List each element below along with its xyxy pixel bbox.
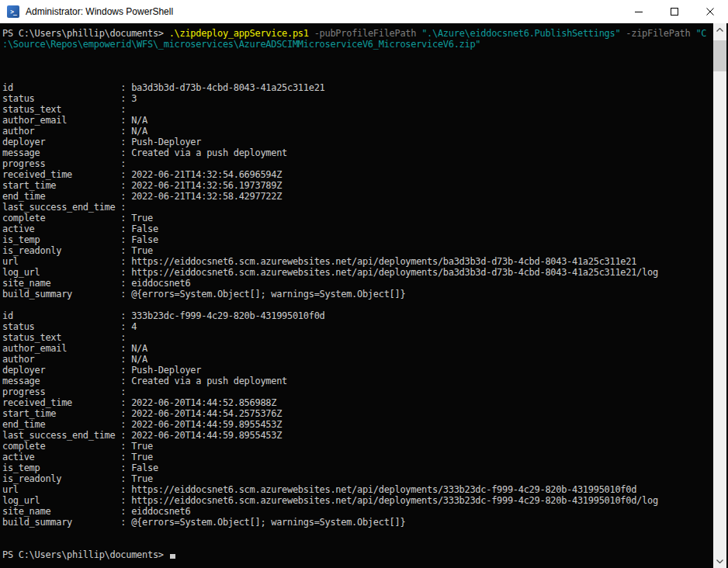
record-field-line: build_summary : @{errors=System.Object[]… (2, 517, 712, 528)
command-segment (309, 28, 314, 39)
command-segment: .\zipdeploy_appService.ps1 (169, 28, 309, 39)
terminal-cursor (170, 554, 175, 559)
record-field-line: build_summary : @{errors=System.Object[]… (2, 289, 712, 300)
record-field-line: deployer : Push-Deployer (2, 365, 712, 376)
scrollbar-up-button[interactable] (713, 23, 726, 36)
record-field-line: start_time : 2022-06-20T14:44:54.2575376… (2, 408, 712, 419)
record-field-line: progress : (2, 158, 712, 169)
record-field-line: complete : True (2, 213, 712, 223)
record-field-line: message : Created via a push deployment (2, 147, 712, 158)
blank-line (2, 61, 712, 71)
record-field-line: received_time : 2022-06-20T14:44:52.8569… (2, 397, 712, 408)
record-field-line: status_text : (2, 332, 712, 343)
record-field-line: is_readonly : True (2, 245, 712, 256)
command-line: PS C:\Users\phillip\documents> .\zipdepl… (2, 28, 712, 39)
minimize-button[interactable] (621, 0, 657, 23)
record-field-line: status : 3 (2, 93, 712, 104)
powershell-icon[interactable]: >_ (7, 5, 19, 18)
blank-line (2, 539, 712, 549)
record-field-line: deployer : Push-Deployer (2, 137, 712, 147)
record-field-line: author_email : N/A (2, 343, 712, 354)
close-button[interactable] (692, 0, 728, 23)
minimize-icon (635, 8, 643, 16)
record-field-line: complete : True (2, 441, 712, 452)
command-segment: ".\Azure\eiddocsnet6.PublishSettings" (421, 28, 620, 39)
record-field-line: end_time : 2022-06-20T14:44:59.8955453Z (2, 419, 712, 430)
command-line: :\Source\Repos\empowerid\WFS\_microservi… (2, 39, 712, 50)
blank-line (2, 300, 712, 310)
command-segment: -pubProfileFilePath (314, 28, 417, 39)
record-field-line: is_readonly : True (2, 473, 712, 484)
record-field-line: received_time : 2022-06-21T14:32:54.6696… (2, 169, 712, 180)
record-field-line: author_email : N/A (2, 115, 712, 126)
title-bar[interactable]: >_ Administrator: Windows PowerShell (0, 0, 728, 23)
command-segment: :\Source\Repos\empowerid\WFS\_microservi… (2, 39, 480, 50)
prompt-line: PS C:\Users\phillip\documents> (2, 549, 712, 560)
record-field-line: is_temp : False (2, 234, 712, 245)
chevron-up-icon (716, 28, 723, 32)
record-field-line: author : N/A (2, 354, 712, 365)
chevron-down-icon (716, 559, 723, 563)
record-field-line: site_name : eiddocsnet6 (2, 278, 712, 289)
terminal-screen[interactable]: PS C:\Users\phillip\documents> .\zipdepl… (0, 23, 728, 568)
close-icon (706, 8, 714, 16)
window-title: Administrator: Windows PowerShell (26, 6, 173, 17)
maximize-icon (671, 8, 678, 16)
record-field-line: author : N/A (2, 126, 712, 137)
console-output: PS C:\Users\phillip\documents> .\zipdepl… (0, 23, 728, 560)
window-controls (621, 0, 728, 23)
record-field-line: url : https://eiddocsnet6.scm.azurewebsi… (2, 484, 712, 495)
vertical-scrollbar[interactable] (713, 23, 726, 568)
record-field-line: id : ba3d3b3d-d73b-4cbd-8043-41a25c311e2… (2, 82, 712, 93)
record-field-line: end_time : 2022-06-21T14:32:58.4297722Z (2, 191, 712, 202)
record-field-line: message : Created via a push deployment (2, 376, 712, 386)
record-field-line: active : True (2, 452, 712, 462)
record-field-line: last_success_end_time : (2, 202, 712, 213)
prompt-text: PS C:\Users\phillip\documents> (2, 549, 169, 560)
record-field-line: log_url : https://eiddocsnet6.scm.azurew… (2, 495, 712, 506)
record-field-line: url : https://eiddocsnet6.scm.azurewebsi… (2, 256, 712, 267)
maximize-button[interactable] (657, 0, 692, 23)
record-field-line: progress : (2, 386, 712, 397)
record-field-line: last_success_end_time : 2022-06-20T14:44… (2, 430, 712, 441)
command-segment: "C (695, 28, 706, 39)
record-field-line: is_temp : False (2, 462, 712, 473)
record-field-line: status : 4 (2, 321, 712, 332)
record-field-line: start_time : 2022-06-21T14:32:56.1973789… (2, 180, 712, 191)
scrollbar-down-button[interactable] (713, 555, 726, 568)
blank-line (2, 50, 712, 61)
record-field-line: status_text : (2, 104, 712, 115)
blank-line (2, 528, 712, 539)
command-segment: PS C:\Users\phillip\documents> (2, 28, 169, 39)
command-segment: -zipFilePath (626, 28, 690, 39)
blank-line (2, 71, 712, 82)
record-field-line: log_url : https://eiddocsnet6.scm.azurew… (2, 267, 712, 278)
scrollbar-thumb[interactable] (713, 40, 726, 71)
record-field-line: id : 333b23dc-f999-4c29-820b-431995010f0… (2, 310, 712, 321)
record-field-line: active : False (2, 223, 712, 234)
powershell-window: >_ Administrator: Windows PowerShell (0, 0, 728, 568)
record-field-line: site_name : eiddocsnet6 (2, 506, 712, 517)
